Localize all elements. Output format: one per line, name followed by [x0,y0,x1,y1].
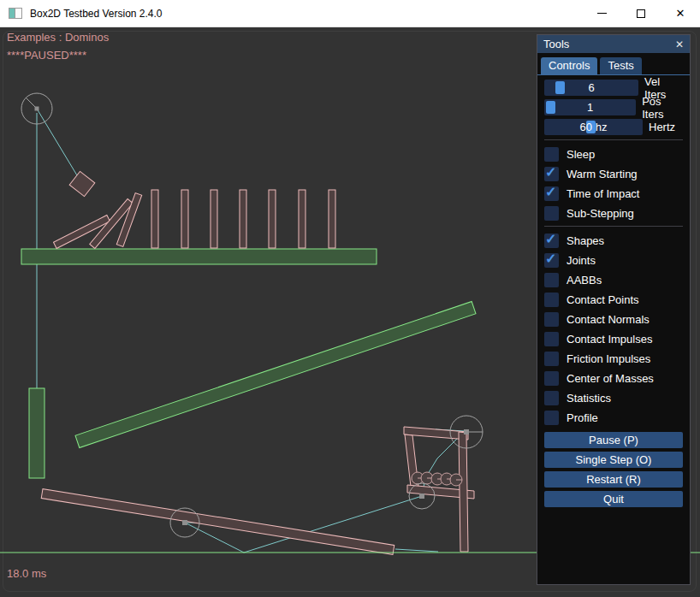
checkbox-row: ✓ Shapes [544,233,683,248]
left-green-post [29,388,44,478]
checkbox-label: Contact Impulses [567,333,652,346]
checkbox-contact-impulses[interactable]: ✓ [544,332,559,346]
checkmark-icon: ✓ [545,251,556,267]
checkbox-row: ✓ Sub-Stepping [544,206,683,221]
checkbox-sub-stepping[interactable]: ✓ [544,206,559,221]
window-titlebar[interactable]: Box2D Testbed Version 2.4.0 ✕ [0,0,700,27]
example-label: Examples : Dominos [7,31,109,44]
button-pause-p[interactable]: Pause (P) [544,432,683,448]
checkbox-row: ✓ Contact Normals [544,312,683,327]
minimize-button[interactable] [582,0,621,27]
box2d-testbed-window: { "window": { "title": "Box2D Testbed Ve… [0,0,700,597]
domino-platform [21,249,377,264]
close-button[interactable]: ✕ [661,0,700,27]
checkbox-row: ✓ Friction Impulses [544,352,683,366]
checkbox-center-of-masses[interactable]: ✓ [544,371,559,386]
checkbox-label: Joints [567,254,596,267]
checkmark-icon: ✓ [545,164,556,180]
tools-panel: Tools ✕ Controls Tests 6 Vel Iters 1 Pos… [537,34,691,585]
checkmark-icon: ✓ [545,184,556,200]
checkbox-label: Center of Masses [567,372,654,385]
swinging-box [69,171,95,196]
checkbox-label: Sub-Stepping [567,207,634,220]
checkbox-row: ✓ Joints [544,253,683,268]
checkbox-row: ✓ Warm Starting [544,167,683,181]
frame-structure [404,427,474,552]
checkbox-profile[interactable]: ✓ [544,411,559,425]
slider-hertz[interactable]: 60 hz [544,119,643,135]
slider-value: 6 [544,80,638,96]
checkbox-label: Warm Starting [567,168,638,180]
tools-panel-close-button[interactable]: ✕ [675,39,684,50]
checkbox-row: ✓ Center of Masses [544,371,683,386]
slider-label: Hertz [649,121,675,133]
tools-panel-title: Tools [543,38,569,50]
checkbox-time-of-impact[interactable]: ✓ [544,186,559,201]
solver-checkbox-group: ✓ Sleep ✓ Warm Starting ✓ Time of Impact… [544,147,683,221]
separator [544,226,683,227]
checkbox-sleep[interactable]: ✓ [544,147,559,162]
slider-label: Pos Iters [642,95,683,121]
checkbox-label: Time of Impact [567,187,639,200]
app-icon-right [15,9,21,18]
checkbox-contact-points[interactable]: ✓ [544,293,559,307]
checkbox-row: ✓ Statistics [544,391,683,405]
slider-row: 60 hz Hertz [544,119,683,135]
app-icon-left [9,9,15,18]
action-buttons: Pause (P) Single Step (O) Restart (R) Qu… [544,432,683,507]
tab-controls[interactable]: Controls [541,57,597,74]
slider-row: 1 Pos Iters [544,99,683,115]
checkbox-shapes[interactable]: ✓ [544,233,559,248]
separator [544,139,683,140]
checkbox-label: AABBs [567,274,602,287]
checkbox-label: Contact Normals [567,313,650,326]
maximize-icon [637,9,645,18]
checkbox-row: ✓ Profile [544,411,683,425]
checkbox-friction-impulses[interactable]: ✓ [544,352,559,366]
panel-body: 6 Vel Iters 1 Pos Iters 60 hz Hertz ✓ Sl… [537,75,690,507]
paused-label: ****PAUSED**** [7,49,86,62]
slider-pos-iters[interactable]: 1 [544,99,636,115]
checkbox-warm-starting[interactable]: ✓ [544,167,559,181]
slider-vel-iters[interactable]: 6 [544,80,638,96]
checkbox-row: ✓ Sleep [544,147,683,162]
slider-value: 1 [544,99,636,115]
window-title: Box2D Testbed Version 2.4.0 [30,8,163,20]
checkbox-label: Profile [567,411,598,424]
maximize-button[interactable] [621,0,661,27]
checkbox-aabbs[interactable]: ✓ [544,273,559,287]
tab-tests[interactable]: Tests [600,57,641,74]
app-icon [9,8,22,19]
frame-time-label: 18.0 ms [7,567,46,580]
checkbox-row: ✓ Time of Impact [544,186,683,201]
window-controls: ✕ [582,0,700,27]
dominoes [53,190,335,248]
button-restart-r[interactable]: Restart (R) [544,471,683,488]
checkbox-label: Statistics [567,392,611,405]
slider-row: 6 Vel Iters [544,80,683,96]
checkbox-label: Shapes [567,234,604,247]
button-single-step-o[interactable]: Single Step (O) [544,452,683,468]
draw-checkbox-group: ✓ Shapes ✓ Joints ✓ AABBs ✓ Contact Poin… [544,233,683,425]
checkbox-statistics[interactable]: ✓ [544,391,559,405]
button-quit[interactable]: Quit [544,491,683,507]
tilted-green-plank [75,302,476,448]
panel-tabbar: Controls Tests [537,53,690,75]
checkbox-row: ✓ Contact Impulses [544,332,683,346]
checkbox-label: Sleep [567,148,595,161]
checkbox-joints[interactable]: ✓ [544,253,559,268]
slider-group: 6 Vel Iters 1 Pos Iters 60 hz Hertz [544,80,683,135]
tools-panel-titlebar[interactable]: Tools ✕ [537,35,690,53]
minimize-icon [597,13,607,14]
slider-value: 60 hz [544,119,643,135]
checkmark-icon: ✓ [545,231,556,247]
close-icon: ✕ [676,8,685,19]
checkbox-row: ✓ Contact Points [544,293,683,307]
checkbox-label: Friction Impulses [567,352,650,365]
checkbox-row: ✓ AABBs [544,273,683,287]
checkbox-label: Contact Points [567,293,639,306]
checkbox-contact-normals[interactable]: ✓ [544,312,559,327]
